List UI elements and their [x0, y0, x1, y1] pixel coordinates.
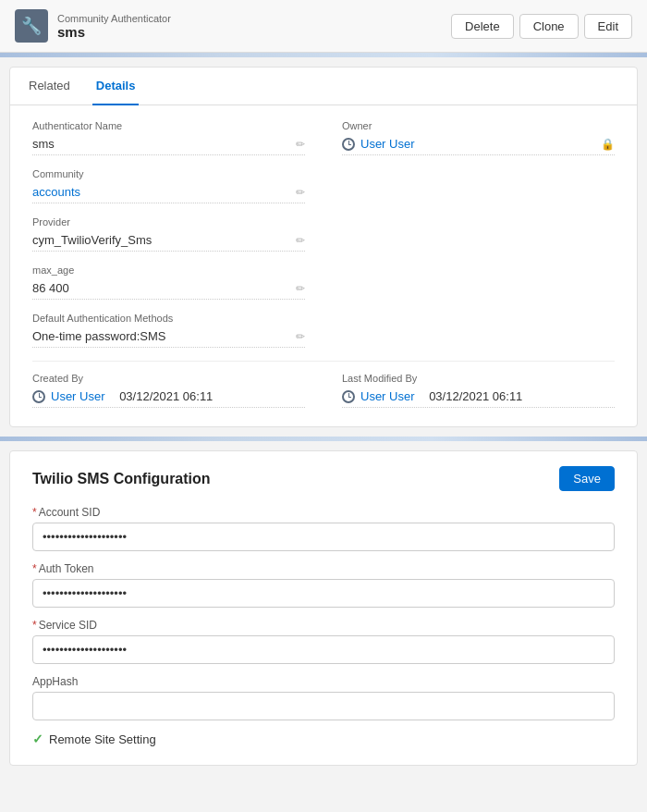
- created-by-row: Created By User User 03/12/2021 06:11 La…: [32, 361, 615, 408]
- details-section: Authenticator Name sms ✏ Community accou…: [10, 105, 637, 426]
- max-age-edit-icon[interactable]: ✏: [296, 282, 305, 295]
- last-modified-clock-icon: [342, 390, 355, 403]
- remote-site-label: Remote Site Setting: [49, 732, 156, 746]
- fields-col-left: Authenticator Name sms ✏ Community accou…: [32, 120, 305, 361]
- default-auth-value: One-time password:SMS ✏: [32, 326, 305, 348]
- apphash-label: AppHash: [32, 675, 615, 688]
- service-sid-input[interactable]: [32, 635, 615, 664]
- provider-text: cym_TwilioVerify_Sms: [32, 233, 152, 247]
- blue-stripe: [0, 53, 647, 57]
- twilio-title: Twilio SMS Configuration: [32, 471, 211, 487]
- fields-row-main: Authenticator Name sms ✏ Community accou…: [32, 120, 615, 361]
- last-modified-user-link[interactable]: User User: [360, 389, 415, 403]
- twilio-card: Twilio SMS Configuration Save *Account S…: [9, 450, 638, 766]
- created-by-user-link[interactable]: User User: [51, 389, 105, 403]
- community-value: accounts ✏: [32, 181, 305, 203]
- auth-token-input[interactable]: [32, 579, 615, 608]
- provider-value: cym_TwilioVerify_Sms ✏: [32, 229, 305, 252]
- default-auth-edit-icon[interactable]: ✏: [296, 330, 305, 343]
- details-card: Related Details Authenticator Name sms ✏…: [9, 67, 638, 427]
- field-max-age: max_age 86 400 ✏: [32, 265, 305, 300]
- owner-edit-icon[interactable]: 🔒: [601, 138, 615, 151]
- created-by-date-text: 03/12/2021 06:11: [119, 389, 213, 403]
- account-sid-field: *Account SID: [32, 506, 615, 551]
- tab-related[interactable]: Related: [25, 68, 74, 105]
- header-actions: Delete Clone Edit: [451, 14, 632, 39]
- apphash-input[interactable]: [32, 692, 615, 720]
- owner-value: User User 🔒: [342, 133, 615, 155]
- community-link[interactable]: accounts: [32, 185, 80, 199]
- service-sid-required: *: [32, 619, 37, 632]
- default-auth-text: One-time password:SMS: [32, 329, 166, 343]
- remote-site-setting: ✓ Remote Site Setting: [32, 732, 615, 746]
- check-icon: ✓: [32, 732, 43, 746]
- last-modified-date-text: 03/12/2021 06:11: [429, 389, 522, 403]
- authenticator-name-edit-icon[interactable]: ✏: [296, 138, 305, 151]
- last-modified-date-sep: [421, 389, 424, 403]
- owner-user-line: User User: [342, 137, 415, 151]
- created-by-value: User User 03/12/2021 06:11: [32, 386, 305, 408]
- tabs-container: Related Details: [10, 68, 637, 105]
- last-modified-user-line: User User 03/12/2021 06:11: [342, 389, 522, 403]
- created-by-clock-icon: [32, 390, 45, 403]
- field-community: Community accounts ✏: [32, 168, 305, 203]
- twilio-header: Twilio SMS Configuration Save: [32, 466, 615, 491]
- authenticator-name-value: sms ✏: [32, 133, 305, 155]
- community-label: Community: [32, 168, 305, 179]
- header-left: 🔧 Community Authenticator sms: [15, 9, 171, 43]
- provider-label: Provider: [32, 216, 305, 228]
- header-title: sms: [57, 24, 171, 40]
- service-sid-label: *Service SID: [32, 619, 615, 632]
- page-header: 🔧 Community Authenticator sms Delete Clo…: [0, 0, 647, 53]
- last-modified-col: Last Modified By User User 03/12/2021 06…: [342, 373, 615, 408]
- header-title-block: Community Authenticator sms: [57, 13, 171, 40]
- blue-stripe-2: [0, 437, 647, 441]
- auth-token-label: *Auth Token: [32, 562, 615, 575]
- auth-token-field: *Auth Token: [32, 562, 615, 608]
- apphash-field: AppHash: [32, 675, 615, 720]
- provider-edit-icon[interactable]: ✏: [296, 234, 305, 247]
- default-auth-label: Default Authentication Methods: [32, 313, 305, 324]
- header-subtitle: Community Authenticator: [57, 13, 171, 24]
- owner-link[interactable]: User User: [360, 137, 415, 151]
- wrench-icon: 🔧: [15, 9, 48, 43]
- fields-col-right: Owner User User 🔒: [342, 120, 615, 361]
- service-sid-field: *Service SID: [32, 619, 615, 664]
- authenticator-name-text: sms: [32, 137, 55, 151]
- field-default-auth: Default Authentication Methods One-time …: [32, 313, 305, 348]
- owner-clock-icon: [342, 138, 355, 151]
- max-age-label: max_age: [32, 265, 305, 276]
- created-by-user-line: User User 03/12/2021 06:11: [32, 389, 213, 403]
- field-owner: Owner User User 🔒: [342, 120, 615, 155]
- created-by-label: Created By: [32, 373, 305, 384]
- save-button[interactable]: Save: [559, 466, 615, 491]
- delete-button[interactable]: Delete: [451, 14, 514, 39]
- edit-button[interactable]: Edit: [584, 14, 632, 39]
- created-by-date: [111, 389, 115, 403]
- max-age-value: 86 400 ✏: [32, 277, 305, 300]
- last-modified-label: Last Modified By: [342, 373, 615, 384]
- owner-label: Owner: [342, 120, 615, 131]
- max-age-text: 86 400: [32, 281, 69, 295]
- account-sid-label: *Account SID: [32, 506, 615, 519]
- community-edit-icon[interactable]: ✏: [296, 186, 305, 199]
- tab-details[interactable]: Details: [92, 68, 140, 105]
- auth-token-required: *: [32, 562, 37, 575]
- clone-button[interactable]: Clone: [519, 14, 579, 39]
- created-by-col: Created By User User 03/12/2021 06:11: [32, 373, 305, 408]
- account-sid-input[interactable]: [32, 523, 615, 551]
- field-authenticator-name: Authenticator Name sms ✏: [32, 120, 305, 155]
- field-provider: Provider cym_TwilioVerify_Sms ✏: [32, 216, 305, 252]
- last-modified-value: User User 03/12/2021 06:11: [342, 386, 615, 408]
- authenticator-name-label: Authenticator Name: [32, 120, 305, 131]
- account-sid-required: *: [32, 506, 37, 519]
